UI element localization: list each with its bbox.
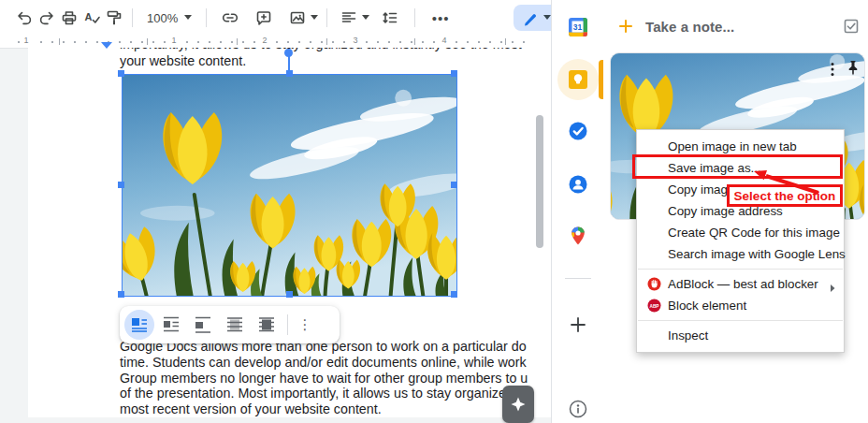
- rail-item-tasks[interactable]: [552, 121, 604, 141]
- pin-icon: [845, 59, 861, 77]
- document-text-line: Group members no longer have to wait for…: [120, 371, 532, 387]
- note-pin-button[interactable]: [845, 59, 861, 80]
- selection-handle[interactable]: [451, 70, 457, 77]
- selection-handle[interactable]: [118, 70, 124, 77]
- kebab-menu-icon: [825, 61, 840, 78]
- wrap-option-in-line[interactable]: [124, 310, 154, 340]
- toolbar-separator: [287, 314, 288, 335]
- zoom-control[interactable]: 100%: [139, 11, 199, 25]
- in-line-icon: [131, 316, 148, 333]
- rail-item-contacts[interactable]: [552, 174, 604, 195]
- toolbar-separator: [414, 8, 415, 27]
- spell-check-button[interactable]: A: [80, 6, 103, 30]
- ruler-label: 1: [22, 36, 31, 45]
- plus-icon: [618, 19, 633, 34]
- selection-handle[interactable]: [118, 291, 124, 298]
- submenu-arrow-icon: [831, 281, 835, 295]
- selection-handle[interactable]: [286, 70, 293, 77]
- ruler-label: 3: [351, 36, 360, 45]
- align-button[interactable]: [338, 6, 360, 30]
- ruler-tick: [59, 38, 60, 45]
- wrap-option-wrap-text[interactable]: [156, 310, 186, 340]
- tulip-photo: [122, 74, 457, 297]
- side-panel-info-button[interactable]: [552, 399, 604, 419]
- document-text-line: most recent version of your website cont…: [120, 401, 532, 417]
- paint-format-button[interactable]: [103, 6, 125, 30]
- add-comment-button[interactable]: [253, 6, 275, 30]
- image-options-toolbar: ⋮: [120, 306, 340, 343]
- rotation-handle[interactable]: [284, 49, 293, 57]
- maps-icon: [568, 226, 588, 246]
- menu-item-create-qr-code[interactable]: Create QR Code for this image: [637, 222, 844, 243]
- sparkle-icon: [510, 396, 527, 413]
- ruler-label: 1: [169, 36, 179, 45]
- plus-icon: [568, 314, 588, 335]
- svg-text:ABP: ABP: [649, 304, 659, 309]
- svg-text:31: 31: [573, 22, 583, 32]
- menu-item-label: AdBlock — best ad blocker: [668, 277, 818, 291]
- take-a-note-input[interactable]: Take a note...: [645, 19, 734, 35]
- extension-sparkle-button[interactable]: [502, 386, 534, 423]
- rail-item-keep[interactable]: [552, 69, 604, 90]
- abp-icon: ABP: [647, 299, 661, 315]
- get-add-ons-button[interactable]: [552, 314, 604, 335]
- new-note-button[interactable]: [618, 19, 633, 37]
- print-button[interactable]: [58, 6, 80, 30]
- indent-marker[interactable]: [101, 42, 112, 49]
- redo-button[interactable]: [36, 6, 58, 30]
- inline-image[interactable]: [122, 74, 457, 297]
- menu-item-label: Block element: [668, 299, 746, 313]
- chevron-down-icon[interactable]: [311, 15, 318, 21]
- rail-item-maps[interactable]: [552, 226, 604, 246]
- toolbar-separator: [206, 8, 207, 27]
- wrap-option-in-front-of-text[interactable]: [252, 310, 282, 340]
- document-page[interactable]: importantly, it allows us to stay organi…: [28, 48, 551, 417]
- horizontal-ruler: 1 1 2 3 4: [0, 36, 551, 49]
- selection-handle[interactable]: [118, 182, 124, 188]
- ruler-tick: [147, 38, 148, 45]
- new-list-button[interactable]: [844, 19, 859, 37]
- chevron-down-icon: [184, 15, 192, 21]
- ellipsis-icon: •••: [432, 10, 450, 26]
- note-more-button[interactable]: [825, 61, 840, 81]
- toolbar-separator: [132, 8, 133, 27]
- document-paragraph: Google Docs allows more than one person …: [120, 339, 532, 417]
- insert-link-button[interactable]: [219, 6, 241, 30]
- ruler-label: 4: [440, 36, 449, 45]
- wrap-option-break-text[interactable]: [188, 310, 218, 340]
- checkbox-icon: [844, 19, 859, 34]
- undo-button[interactable]: [13, 6, 36, 30]
- editing-mode-button[interactable]: [514, 5, 551, 31]
- in-front-of-text-icon: [258, 316, 275, 333]
- menu-item-search-google-lens[interactable]: Search image with Google Lens: [637, 243, 844, 265]
- menu-item-block-element[interactable]: ABP Block element: [637, 295, 844, 316]
- toolbar-separator: [326, 8, 327, 27]
- adblock-icon: [647, 277, 661, 294]
- rail-item-calendar[interactable]: 31: [552, 17, 604, 37]
- zoom-value: 100%: [147, 11, 178, 25]
- line-spacing-button[interactable]: [379, 6, 401, 30]
- selection-handle[interactable]: [451, 182, 457, 188]
- ruler-tick: [326, 38, 327, 45]
- wrap-option-behind-text[interactable]: [220, 310, 250, 340]
- chevron-down-icon: [543, 15, 551, 21]
- ruler-tick: [414, 38, 415, 45]
- ruler-label: 2: [260, 36, 269, 45]
- selection-handle[interactable]: [286, 291, 293, 298]
- app-window: A 100%: [0, 0, 868, 423]
- selection-handle[interactable]: [451, 291, 457, 298]
- more-options-button[interactable]: •••: [429, 6, 452, 30]
- menu-item-inspect[interactable]: Inspect: [637, 325, 844, 346]
- image-options-more-button[interactable]: ⋮: [294, 316, 316, 333]
- menu-item-adblock[interactable]: AdBlock — best ad blocker: [637, 273, 844, 295]
- side-panel-rail: 31: [551, 0, 604, 423]
- docs-toolbar: A 100%: [0, 0, 551, 36]
- vertical-scrollbar[interactable]: [536, 115, 543, 248]
- svg-text:A: A: [85, 11, 93, 22]
- document-text-line: importantly, it allows us to stay organi…: [120, 48, 538, 52]
- menu-separator: [638, 320, 843, 321]
- menu-separator: [638, 269, 843, 270]
- keep-icon: [568, 69, 588, 90]
- insert-image-button[interactable]: [286, 6, 309, 30]
- chevron-down-icon[interactable]: [362, 15, 369, 21]
